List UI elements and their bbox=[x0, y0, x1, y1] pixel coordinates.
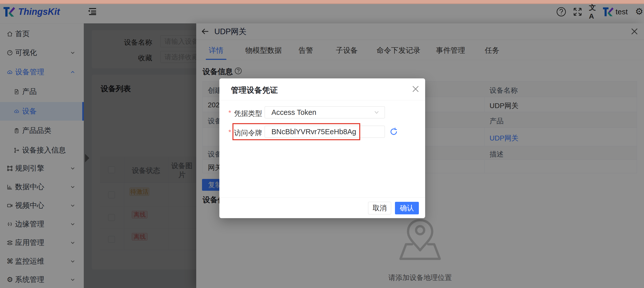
close-icon[interactable] bbox=[411, 84, 420, 93]
refresh-icon[interactable] bbox=[389, 127, 398, 136]
chevron-down-icon bbox=[374, 111, 379, 114]
required-star: * bbox=[228, 128, 231, 136]
annotation-highlight-box bbox=[232, 123, 360, 140]
cancel-button[interactable]: 取消 bbox=[368, 202, 391, 214]
modal-footer-divider bbox=[219, 197, 425, 198]
credential-type-label: 凭据类型 bbox=[232, 109, 262, 118]
app-root: ThingsKit 首页 可视化 设备管理 产品 设备 产品品类 bbox=[0, 0, 644, 288]
confirm-button[interactable]: 确认 bbox=[395, 202, 419, 214]
credentials-modal: 管理设备凭证 * 凭据类型 Access Token * 访问令牌 BNcBbl… bbox=[219, 78, 425, 218]
required-star: * bbox=[228, 109, 231, 117]
modal-title: 管理设备凭证 bbox=[231, 85, 278, 95]
modal-header-divider bbox=[219, 100, 425, 100]
top-strip bbox=[0, 0, 644, 4]
credential-type-select[interactable]: Access Token bbox=[265, 106, 385, 118]
